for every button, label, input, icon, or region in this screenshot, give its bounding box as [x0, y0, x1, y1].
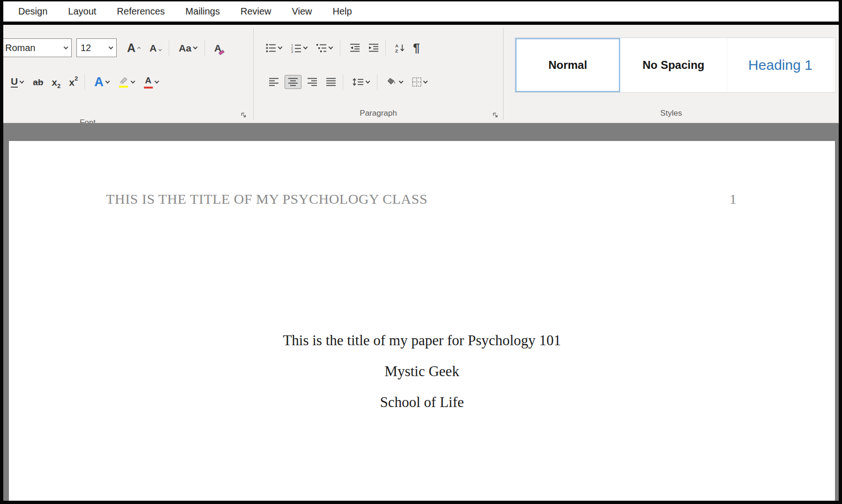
menu-tab-review[interactable]: Review [230, 6, 282, 17]
menu-tab-references[interactable]: References [106, 6, 175, 17]
chevron-down-icon[interactable] [130, 79, 135, 83]
underline-letter: U [11, 76, 18, 88]
document-body: This is the title of my paper for Psycho… [9, 325, 835, 418]
borders-button[interactable] [409, 75, 431, 89]
styles-group: Normal No Spacing Heading 1 Styles [504, 25, 839, 123]
clear-formatting-button[interactable]: A [211, 41, 224, 55]
borders-icon [412, 77, 421, 87]
subscript-button[interactable]: x2 [49, 75, 63, 89]
svg-text:2: 2 [291, 47, 293, 50]
menu-tab-view[interactable]: View [282, 6, 323, 17]
document-text-line[interactable]: Mystic Geek [9, 356, 835, 387]
align-center-button[interactable] [285, 75, 301, 89]
menu-tab-layout[interactable]: Layout [58, 6, 106, 17]
grow-font-letter: A [127, 42, 135, 54]
superscript-mark: 2 [75, 75, 78, 82]
text-effects-button[interactable]: A [91, 73, 113, 91]
paragraph-group: 1 2 3 [254, 25, 503, 123]
align-right-icon [307, 77, 317, 87]
pilcrow-icon: ¶ [413, 41, 420, 55]
grow-font-button[interactable]: A [124, 40, 144, 56]
chevron-down-icon[interactable] [329, 44, 333, 49]
button-divider [204, 40, 205, 56]
svg-text:A: A [395, 43, 398, 48]
justify-icon [326, 77, 336, 87]
superscript-button[interactable]: x2 [66, 75, 81, 89]
decrease-indent-button[interactable] [347, 41, 363, 54]
font-color-icon: A [144, 76, 153, 89]
line-spacing-icon [353, 77, 364, 87]
strikethrough-label: ab [33, 78, 43, 87]
style-heading-1[interactable]: Heading 1 [727, 38, 834, 92]
button-divider [377, 74, 377, 90]
chevron-down-icon[interactable] [154, 79, 159, 83]
button-divider [340, 40, 340, 56]
chevron-down-icon[interactable] [20, 79, 24, 83]
strikethrough-button[interactable]: ab [30, 76, 46, 89]
button-divider [84, 74, 85, 90]
caret-up-icon [137, 46, 141, 50]
font-name-value: Roman [5, 43, 35, 53]
multilevel-list-button[interactable] [314, 41, 336, 54]
page-number: 1 [729, 191, 737, 208]
menu-tab-mailings[interactable]: Mailings [175, 6, 230, 17]
align-center-icon [288, 77, 298, 87]
caret-down-icon [158, 47, 162, 51]
numbering-icon: 1 2 3 [291, 43, 301, 53]
bullets-button[interactable] [263, 41, 286, 54]
subscript-mark: 2 [57, 83, 60, 89]
chevron-down-icon[interactable] [64, 44, 68, 49]
underline-button[interactable]: U [8, 74, 27, 89]
styles-group-label: Styles [660, 109, 682, 118]
multilevel-list-icon [316, 43, 327, 52]
style-name: Heading 1 [748, 57, 812, 73]
line-spacing-button[interactable] [350, 75, 373, 89]
font-color-button[interactable]: A [141, 74, 162, 90]
sort-icon: A Z [395, 43, 405, 53]
menu-tab-help[interactable]: Help [323, 6, 362, 17]
font-size-select[interactable]: 12 [76, 38, 117, 57]
chevron-down-icon[interactable] [399, 79, 404, 83]
sort-button[interactable]: A Z [392, 41, 407, 55]
align-left-button[interactable] [266, 75, 282, 89]
font-name-select[interactable]: Roman [3, 38, 72, 57]
align-right-button[interactable] [304, 75, 320, 89]
menu-separator [3, 22, 839, 25]
align-left-icon [269, 77, 279, 87]
shrink-font-letter: A [150, 43, 157, 53]
style-normal[interactable]: Normal [515, 38, 620, 92]
running-head: THIS IS THE TITLE OF MY PSYCHOLOGY CLASS [106, 191, 428, 208]
chevron-down-icon[interactable] [109, 44, 113, 49]
document-text-line[interactable]: School of Life [9, 387, 835, 418]
show-formatting-marks-button[interactable]: ¶ [410, 39, 422, 57]
shading-button[interactable] [384, 75, 406, 89]
decrease-indent-icon [350, 43, 360, 52]
chevron-down-icon[interactable] [278, 44, 283, 49]
style-no-spacing[interactable]: No Spacing [620, 38, 727, 92]
subscript-base: x [52, 77, 57, 87]
text-highlight-button[interactable] [116, 75, 138, 89]
change-case-button[interactable]: Aa [176, 41, 201, 55]
menu-tab-design[interactable]: Design [8, 6, 58, 17]
button-divider [169, 40, 169, 56]
svg-text:1: 1 [291, 44, 293, 47]
chevron-down-icon[interactable] [423, 79, 428, 83]
chevron-down-icon[interactable] [303, 44, 308, 49]
chevron-down-icon[interactable] [105, 79, 110, 83]
chevron-down-icon[interactable] [193, 44, 198, 49]
font-dialog-launcher[interactable] [241, 112, 247, 118]
style-name: Normal [549, 59, 587, 72]
justify-button[interactable] [323, 75, 339, 89]
document-text-line[interactable]: This is the title of my paper for Psycho… [9, 325, 835, 356]
shrink-font-button[interactable]: A [147, 41, 165, 55]
increase-indent-button[interactable] [366, 41, 382, 54]
chevron-down-icon[interactable] [366, 79, 370, 83]
button-divider [343, 74, 343, 90]
paragraph-dialog-launcher[interactable] [492, 112, 498, 118]
button-divider [385, 40, 386, 56]
numbering-button[interactable]: 1 2 3 [288, 41, 311, 55]
svg-text:Z: Z [395, 48, 398, 53]
svg-text:3: 3 [291, 50, 293, 53]
menu-bar: Design Layout References Mailings Review… [3, 1, 839, 22]
document-page[interactable]: THIS IS THE TITLE OF MY PSYCHOLOGY CLASS… [9, 141, 835, 501]
